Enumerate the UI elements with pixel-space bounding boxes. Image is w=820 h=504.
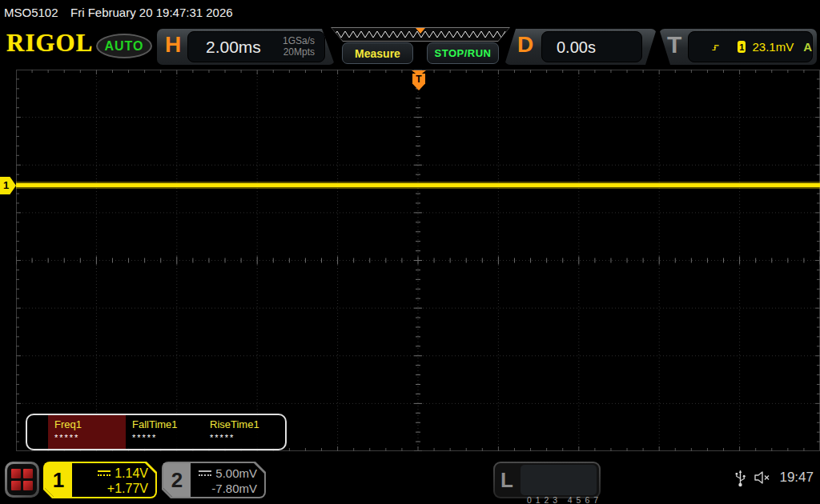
measurement-value: ***** [54,433,126,442]
measurement-name: RiseTime1 [210,418,281,430]
model-label: MSO5102 [4,6,58,19]
channel2-number: 2 [163,463,191,497]
measurement-name: Freq1 [54,418,126,430]
channel2-offset: -7.80mV [191,481,257,496]
dc-coupling-icon [98,470,111,476]
measurement-value: ***** [210,433,281,442]
trigger-position-marker[interactable]: T [412,70,426,91]
logic-channels-box[interactable]: L 0 1 2 3 4 5 6 7 8 9 1011 12131415 [493,462,601,498]
dc-coupling-icon [199,470,211,476]
status-icons: 19:47 [735,467,814,488]
memory-position-marker-icon [416,28,425,34]
bottom-bar: 1 1.14V +1.77V 2 5.00mV [0,456,820,504]
trigger-sweep-mode: A [803,40,812,54]
stop-run-button[interactable]: STOP/RUN [427,42,499,64]
channel1-number: 1 [45,463,72,497]
measurement-name: FallTime1 [132,418,203,430]
channel2-status-box[interactable]: 2 5.00mV -7.80mV [162,462,266,498]
clock-display: 19:47 [779,470,814,486]
speaker-muted-icon [754,470,771,485]
delay-label: D [517,32,533,58]
header-bar: RIGOL AUTO H 2.00ms 1GSa/s 20Mpts Measur… [0,24,820,66]
channel1-scale: 1.14V [115,466,148,481]
menu-grid-icon [7,464,37,495]
delay-value: 0.00s [557,38,596,57]
measure-button[interactable]: Measure [342,42,413,64]
measurement-falltime1[interactable]: FallTime1 ***** [126,415,203,449]
channel1-trace [16,183,820,187]
memory-depth-value: 20Mpts [283,46,315,58]
measurement-results-box[interactable]: Freq1 ***** FallTime1 ***** RiseTime1 **… [26,414,287,450]
horizontal-inner: 2.00ms 1GSa/s 20Mpts [187,31,325,62]
trigger-label: T [667,31,681,58]
graticule-grid [16,70,820,451]
timebase-value: 2.00ms [206,38,261,57]
channel1-level-marker[interactable]: 1 [0,177,16,194]
measurement-value: ***** [132,433,203,442]
trigger-source-badge: 1 [738,41,746,53]
status-line: MSO5102 Fri February 20 19:47:31 2026 [0,0,820,24]
trigger-panel[interactable]: T 1 23.1mV A [659,29,817,65]
trigger-level-value: 23.1mV [752,40,794,54]
measurement-freq1[interactable]: Freq1 ***** [48,415,126,449]
memory-waveform-bar[interactable] [331,27,510,42]
waveform-display-area [16,70,820,451]
channel1-status-box[interactable]: 1 1.14V +1.77V [43,462,157,498]
measurement-risetime1[interactable]: RiseTime1 ***** [203,415,281,449]
rigol-logo: RIGOL [6,29,93,58]
horizontal-panel[interactable]: H 2.00ms 1GSa/s 20Mpts [157,29,335,65]
oscilloscope-screen: MSO5102 Fri February 20 19:47:31 2026 RI… [0,0,820,504]
channel2-scale: 5.00mV [215,466,257,481]
trigger-inner: 1 23.1mV A [688,31,813,62]
logic-label: L [500,468,513,493]
rising-edge-icon [711,41,720,54]
auto-mode-badge[interactable]: AUTO [96,34,152,58]
delay-inner: 0.00s [541,31,642,62]
datetime-label: Fri February 20 19:47:31 2026 [70,6,233,19]
usb-icon [735,467,746,488]
horizontal-label: H [165,32,181,58]
sample-rate-block: 1GSa/s 20Mpts [283,35,315,58]
channel1-offset: +1.77V [72,481,148,496]
logic-channel-numbers: 0 1 2 3 4 5 6 7 8 9 1011 12131415 [521,465,597,495]
delay-panel[interactable]: D 0.00s [504,29,657,65]
sample-rate-value: 1GSa/s [283,35,315,46]
menu-grid-button[interactable] [5,462,39,498]
trigger-marker-pin: T [412,74,425,90]
